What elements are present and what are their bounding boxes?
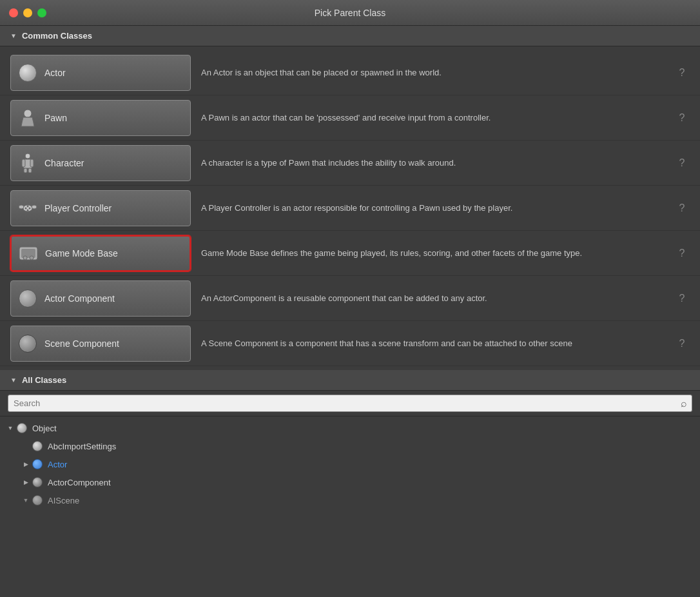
expand-actorcomponent-icon[interactable]: ▶ (21, 477, 31, 487)
actor-component-label: Actor Component (44, 293, 115, 304)
pawn-label: Pawn (44, 113, 67, 123)
actor-label: Actor (44, 68, 66, 78)
svg-rect-3 (22, 159, 25, 167)
tree-item-object[interactable]: ▼ Object (0, 419, 700, 437)
player-controller-help-icon[interactable]: ? (674, 201, 690, 216)
class-row-character: Character A character is a type of Pawn … (0, 141, 700, 186)
svg-point-12 (29, 207, 31, 209)
window-controls[interactable] (9, 8, 46, 17)
tree-item-aiscene[interactable]: ▼ AIScene (0, 491, 700, 509)
expand-object-icon[interactable]: ▼ (5, 423, 15, 433)
expand-aiscene-icon[interactable]: ▼ (21, 495, 31, 505)
tree-item-abcimportsettings[interactable]: AbcImportSettings (0, 437, 700, 455)
common-classes-list: Actor An Actor is an object that can be … (0, 46, 700, 370)
game-mode-base-icon (18, 243, 39, 264)
all-classes-collapse-icon: ▼ (10, 377, 17, 384)
svg-point-11 (27, 205, 29, 207)
character-help-icon[interactable]: ? (674, 155, 690, 171)
abc-label: AbcImportSettings (48, 442, 116, 451)
actor-tree-node-icon (31, 458, 44, 471)
actor-component-help-icon[interactable]: ? (674, 291, 690, 306)
scene-component-label: Scene Component (44, 338, 119, 349)
expand-abc-icon (21, 441, 31, 451)
tree-item-actorcomponent[interactable]: ▶ ActorComponent (0, 473, 700, 491)
player-controller-description: A Player Controller is an actor responsi… (191, 202, 674, 215)
class-row-actor: Actor An Actor is an object that can be … (0, 50, 700, 95)
svg-point-9 (32, 205, 37, 209)
svg-point-0 (24, 110, 32, 117)
game-mode-base-label: Game Mode Base (45, 248, 118, 259)
search-input[interactable] (8, 395, 692, 412)
svg-rect-5 (24, 168, 27, 173)
scene-component-icon (17, 333, 38, 354)
actorcomponent-label: ActorComponent (48, 478, 111, 487)
actor-component-icon (17, 288, 38, 309)
abc-node-icon (31, 440, 44, 453)
svg-point-16 (23, 256, 27, 260)
common-classes-title: Common Classes (22, 31, 92, 41)
game-mode-base-help-icon[interactable]: ? (674, 246, 690, 261)
aiscene-node-icon (31, 494, 44, 507)
actorcomponent-node-icon (31, 476, 44, 489)
pawn-help-icon[interactable]: ? (674, 110, 690, 126)
actor-icon (17, 63, 38, 83)
character-label: Character (44, 158, 84, 168)
actor-help-icon[interactable]: ? (674, 65, 690, 81)
class-row-player-controller: Player Controller A Player Controller is… (0, 186, 700, 231)
svg-point-8 (19, 205, 24, 209)
svg-point-13 (27, 209, 29, 211)
window-title: Pick Parent Class (315, 8, 385, 18)
svg-rect-4 (30, 159, 34, 167)
game-mode-base-button[interactable]: Game Mode Base (10, 235, 191, 271)
actor-description: An Actor is an object that can be placed… (191, 66, 674, 79)
character-button[interactable]: Character (10, 145, 191, 181)
class-row-actor-component: Actor Component An ActorComponent is a r… (0, 276, 700, 321)
minimize-button[interactable] (23, 8, 32, 17)
maximize-button[interactable] (37, 8, 46, 17)
character-icon (17, 153, 38, 173)
common-classes-header: ▼ Common Classes (0, 26, 700, 46)
all-classes-section: ▼ All Classes ⌕ ▼ Object (0, 370, 700, 597)
all-classes-title: All Classes (22, 375, 66, 385)
scene-component-description: A Scene Component is a component that ha… (191, 337, 674, 350)
all-classes-header: ▼ All Classes (0, 370, 700, 391)
class-row-game-mode-base: Game Mode Base Game Mode Base defines th… (0, 231, 700, 276)
svg-rect-6 (28, 168, 32, 173)
collapse-triangle-icon: ▼ (10, 32, 17, 39)
game-mode-base-description: Game Mode Base defines the game being pl… (191, 247, 674, 260)
title-bar: Pick Parent Class (0, 0, 700, 26)
svg-point-17 (30, 256, 34, 260)
class-row-scene-component: Scene Component A Scene Component is a c… (0, 321, 700, 366)
aiscene-label: AIScene (48, 496, 79, 505)
close-button[interactable] (9, 8, 18, 17)
player-controller-icon (17, 198, 38, 219)
player-controller-button[interactable]: Player Controller (10, 190, 191, 226)
search-wrapper: ⌕ (8, 395, 692, 412)
pawn-description: A Pawn is an actor that can be 'possesse… (191, 112, 674, 124)
actor-component-button[interactable]: Actor Component (10, 280, 191, 317)
actor-component-description: An ActorComponent is a reusable componen… (191, 292, 674, 305)
player-controller-label: Player Controller (44, 203, 112, 213)
main-content: ▼ Common Classes Actor An Actor is an ob… (0, 26, 700, 597)
object-label: Object (32, 424, 57, 433)
pawn-icon (17, 108, 38, 128)
actor-button[interactable]: Actor (10, 55, 191, 91)
character-description: A character is a type of Pawn that inclu… (191, 157, 674, 170)
all-classes-tree: ▼ Object AbcImportSettings ▶ (0, 416, 700, 597)
expand-actor-icon[interactable]: ▶ (21, 459, 31, 469)
tree-item-actor[interactable]: ▶ Actor (0, 455, 700, 473)
scene-component-button[interactable]: Scene Component (10, 326, 191, 362)
svg-point-10 (25, 207, 27, 209)
pawn-button[interactable]: Pawn (10, 100, 191, 136)
scene-component-help-icon[interactable]: ? (674, 336, 690, 351)
object-node-icon (15, 422, 28, 435)
search-bar: ⌕ (0, 391, 700, 416)
svg-rect-1 (25, 153, 30, 159)
actor-tree-label: Actor (48, 460, 67, 469)
class-row-pawn: Pawn A Pawn is an actor that can be 'pos… (0, 95, 700, 141)
